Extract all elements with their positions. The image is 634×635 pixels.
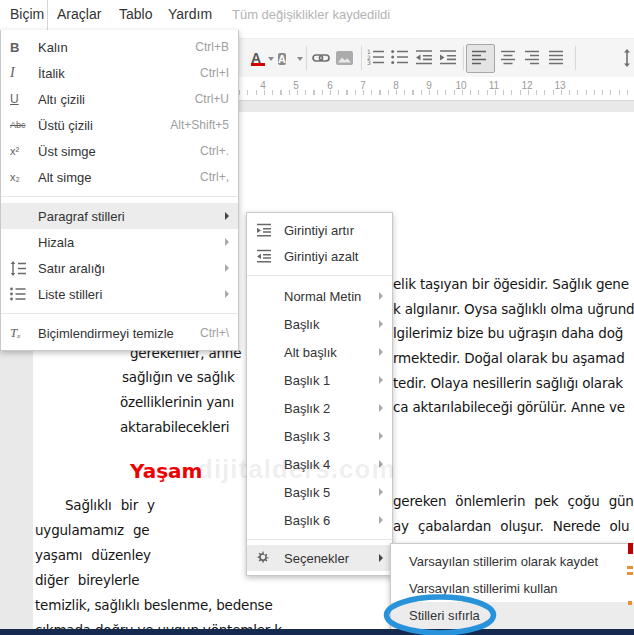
menu-item-heading-2[interactable]: Başlık 2 bbox=[247, 394, 392, 422]
bold-icon: B bbox=[10, 40, 38, 55]
doc-text-line: özelliklerinin yanı bbox=[120, 394, 234, 410]
menu-bar: Biçim Araçlar Tablo Yardım Tüm değişikli… bbox=[0, 0, 634, 30]
menu-item-label: Biçimlendirmeyi temizle bbox=[38, 326, 192, 341]
menu-araclar[interactable]: Araçlar bbox=[57, 6, 101, 22]
menu-item-subscript[interactable]: x₂ Alt simge Ctrl+, bbox=[1, 164, 238, 190]
menu-item-save-default-styles[interactable]: Varsayılan stillerim olarak kaydet bbox=[391, 548, 634, 575]
decrease-indent-icon[interactable] bbox=[415, 49, 433, 67]
menu-item-normal-text[interactable]: Normal Metin bbox=[247, 282, 392, 310]
save-status: Tüm değişiklikler kaydedildi bbox=[232, 7, 390, 22]
toolbar-separator bbox=[361, 46, 362, 70]
menu-item-label: Normal Metin bbox=[284, 289, 371, 304]
menu-item-label: Başlık 5 bbox=[284, 485, 371, 500]
menu-item-label: Seçenekler bbox=[284, 551, 371, 566]
justify-icon[interactable] bbox=[548, 49, 566, 67]
doc-text-line: aktarabilecekleri bbox=[120, 419, 229, 435]
menu-item-label: Alt simge bbox=[38, 170, 192, 185]
ruler-number: 5 bbox=[286, 80, 306, 91]
menu-item-heading-4[interactable]: Başlık 4 bbox=[247, 450, 392, 478]
edge-fragment bbox=[627, 572, 633, 575]
menu-separator bbox=[247, 275, 392, 276]
menu-item-list-styles[interactable]: Liste stilleri bbox=[1, 281, 238, 307]
menu-item-decrease-indent[interactable]: Girintiyi azalt bbox=[247, 243, 392, 269]
menu-yardim[interactable]: Yardım bbox=[168, 6, 212, 22]
menu-item-heading-1[interactable]: Başlık 1 bbox=[247, 366, 392, 394]
edge-fragment bbox=[627, 566, 633, 569]
menu-item-increase-indent[interactable]: Girintiyi artır bbox=[247, 217, 392, 243]
menu-item-label: Başlık bbox=[284, 317, 371, 332]
submenu-arrow-icon bbox=[225, 264, 229, 272]
line-spacing-icon[interactable] bbox=[621, 49, 634, 67]
menu-item-label: Üst simge bbox=[38, 144, 192, 159]
ruler-number: 6 bbox=[320, 80, 340, 91]
text-color-icon[interactable]: A bbox=[251, 49, 269, 67]
menu-item-shortcut: Ctrl+\ bbox=[200, 326, 229, 340]
menu-item-shortcut: Alt+Shift+5 bbox=[170, 118, 229, 132]
insert-image-icon[interactable] bbox=[336, 51, 354, 69]
menu-item-italic[interactable]: I İtalik Ctrl+I bbox=[1, 60, 238, 86]
menu-item-label: Satır aralığı bbox=[38, 261, 217, 276]
menu-item-heading-6[interactable]: Başlık 6 bbox=[247, 506, 392, 534]
menu-item-label: Girintiyi artır bbox=[284, 223, 383, 238]
underline-icon: U bbox=[10, 92, 38, 106]
menu-item-heading-5[interactable]: Başlık 5 bbox=[247, 478, 392, 506]
menu-item-underline[interactable]: U Altı çizili Ctrl+U bbox=[1, 86, 238, 112]
menu-item-shortcut: Ctrl+B bbox=[195, 40, 229, 54]
ruler-number: 9 bbox=[419, 80, 439, 91]
menu-item-options[interactable]: Seçenekler bbox=[247, 545, 392, 571]
doc-text-line: diğer bireylerle bbox=[35, 572, 139, 588]
menu-item-label: Altı çizili bbox=[38, 92, 187, 107]
submenu-arrow-icon bbox=[225, 290, 229, 298]
highlight-color-caret-icon[interactable] bbox=[297, 57, 303, 61]
submenu-arrow-icon bbox=[379, 460, 383, 468]
menu-item-clear-formatting[interactable]: Tₓ Biçimlendirmeyi temizle Ctrl+\ bbox=[1, 320, 238, 346]
doc-text-line: ca aktarılabileceği görülür. Anne ve bbox=[393, 399, 625, 415]
submenu-arrow-icon bbox=[225, 212, 229, 220]
menu-separator bbox=[1, 196, 238, 197]
menu-item-label: Üstü çizili bbox=[38, 118, 162, 133]
numbered-list-icon[interactable]: 123 bbox=[367, 49, 385, 67]
line-spacing-icon bbox=[10, 261, 38, 276]
doc-text-line: k algılanır. Oysa sağlıklı olma uğrund bbox=[393, 301, 634, 317]
ruler-number: 4 bbox=[253, 80, 273, 91]
align-center-icon[interactable] bbox=[500, 49, 518, 67]
menu-item-title[interactable]: Başlık bbox=[247, 310, 392, 338]
menu-item-label: Başlık 6 bbox=[284, 513, 371, 528]
submenu-arrow-icon bbox=[225, 238, 229, 246]
text-color-bar bbox=[251, 63, 265, 66]
align-right-icon[interactable] bbox=[524, 49, 542, 67]
ruler-number: 11 bbox=[484, 80, 504, 91]
submenu-arrow-icon bbox=[379, 292, 383, 300]
menu-tablo[interactable]: Tablo bbox=[119, 6, 152, 22]
format-menu: B Kalın Ctrl+B I İtalik Ctrl+I U Altı çi… bbox=[0, 30, 239, 351]
text-color-caret-icon[interactable] bbox=[268, 57, 274, 61]
list-styles-icon bbox=[10, 287, 38, 301]
subscript-icon: x₂ bbox=[10, 171, 38, 183]
menu-item-paragraph-styles[interactable]: Paragraf stilleri bbox=[1, 203, 238, 229]
highlight-glyph: A bbox=[278, 53, 286, 65]
highlight-color-icon[interactable]: A bbox=[278, 49, 296, 67]
submenu-arrow-icon bbox=[379, 320, 383, 328]
increase-indent-icon[interactable] bbox=[439, 49, 457, 67]
menu-item-strikethrough[interactable]: Abc Üstü çizili Alt+Shift+5 bbox=[1, 112, 238, 138]
doc-text-line: temizlik, sağlıklı beslenme, bedense bbox=[35, 597, 272, 613]
menu-item-superscript[interactable]: x² Üst simge Ctrl+. bbox=[1, 138, 238, 164]
menu-item-label: Girintiyi azalt bbox=[284, 249, 383, 264]
toolbar-separator bbox=[306, 46, 307, 70]
insert-link-icon[interactable] bbox=[312, 49, 330, 67]
menu-item-align[interactable]: Hizala bbox=[1, 229, 238, 255]
menu-item-heading-3[interactable]: Başlık 3 bbox=[247, 422, 392, 450]
menu-bicim[interactable]: Biçim bbox=[10, 6, 44, 22]
menu-item-bold[interactable]: B Kalın Ctrl+B bbox=[1, 34, 238, 60]
toolbar-separator bbox=[463, 46, 464, 70]
menu-item-shortcut: Ctrl+I bbox=[200, 66, 229, 80]
menu-item-line-spacing[interactable]: Satır aralığı bbox=[1, 255, 238, 281]
doc-text-line: ay çabalardan oluşur. Nerede olu bbox=[393, 518, 629, 534]
menu-item-label: Hizala bbox=[38, 235, 217, 250]
align-left-icon[interactable] bbox=[471, 49, 489, 67]
menu-item-subtitle[interactable]: Alt başlık bbox=[247, 338, 392, 366]
doc-heading: Yaşam bbox=[130, 459, 202, 483]
menu-separator bbox=[1, 313, 238, 314]
bulleted-list-icon[interactable] bbox=[391, 49, 409, 67]
menu-item-label: Kalın bbox=[38, 40, 187, 55]
